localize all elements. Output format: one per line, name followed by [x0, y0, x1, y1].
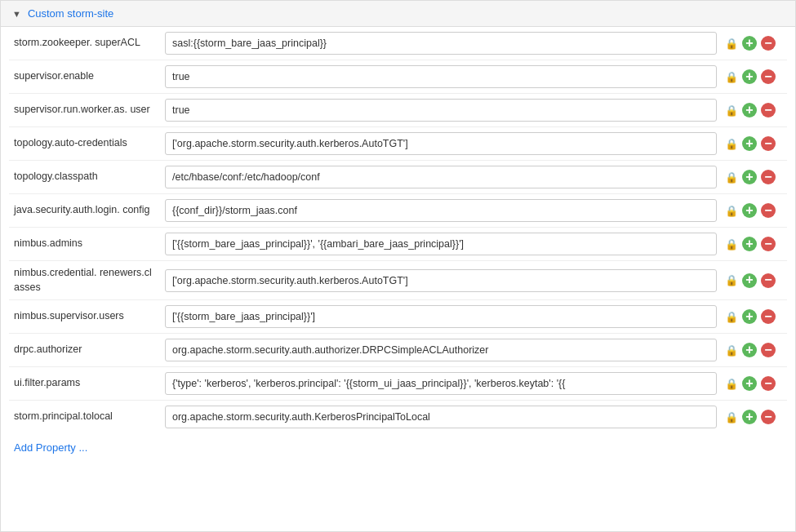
property-value-input[interactable] [165, 65, 717, 88]
table-row: topology.classpath🔒 [9, 161, 787, 194]
add-icon[interactable] [742, 410, 757, 424]
property-name: storm.zookeeper. superACL [14, 36, 157, 51]
property-value-input[interactable] [165, 372, 717, 395]
table-row: nimbus.supervisor.users🔒 [9, 300, 787, 334]
table-row: supervisor.run.worker.as. user🔒 [9, 94, 787, 127]
collapse-icon[interactable]: ▼ [12, 9, 21, 19]
add-icon[interactable] [742, 343, 757, 357]
property-value-input[interactable] [165, 199, 717, 222]
remove-icon[interactable] [761, 343, 776, 357]
property-name: supervisor.run.worker.as. user [14, 103, 157, 117]
property-name: nimbus.credential. renewers.classes [14, 266, 157, 295]
table-row: drpc.authorizer🔒 [9, 334, 787, 367]
property-icons: 🔒 [725, 410, 782, 424]
property-icons: 🔒 [725, 69, 782, 84]
lock-icon: 🔒 [725, 171, 738, 184]
lock-icon: 🔒 [725, 378, 738, 390]
property-icons: 🔒 [725, 343, 782, 357]
remove-icon[interactable] [761, 136, 776, 151]
lock-icon: 🔒 [725, 71, 738, 83]
property-name: ui.filter.params [14, 376, 157, 391]
table-row: ui.filter.params🔒 [9, 367, 787, 401]
section-title: Custom storm-site [28, 7, 113, 20]
property-name: topology.classpath [14, 170, 157, 184]
property-name: nimbus.admins [14, 237, 157, 251]
property-name: topology.auto-credentials [14, 136, 157, 151]
lock-icon: 🔒 [725, 344, 738, 357]
table-row: nimbus.credential. renewers.classes🔒 [9, 261, 787, 300]
main-container: ▼ Custom storm-site storm.zookeeper. sup… [0, 0, 796, 532]
remove-icon[interactable] [761, 309, 776, 324]
remove-icon[interactable] [761, 376, 776, 391]
remove-icon[interactable] [761, 69, 776, 84]
lock-icon: 🔒 [725, 311, 738, 323]
remove-icon[interactable] [761, 103, 776, 117]
property-name: nimbus.supervisor.users [14, 309, 157, 324]
property-icons: 🔒 [725, 36, 782, 51]
property-name: supervisor.enable [14, 69, 157, 84]
lock-icon: 🔒 [725, 274, 738, 286]
add-icon[interactable] [742, 237, 757, 251]
remove-icon[interactable] [761, 273, 776, 288]
table-row: supervisor.enable🔒 [9, 60, 787, 94]
add-icon[interactable] [742, 309, 757, 324]
add-icon[interactable] [742, 103, 757, 117]
add-icon[interactable] [742, 203, 757, 218]
add-icon[interactable] [742, 136, 757, 151]
add-property-link[interactable]: Add Property ... [1, 433, 100, 462]
table-row: storm.principal.tolocal🔒 [9, 401, 787, 433]
lock-icon: 🔒 [725, 138, 738, 150]
property-icons: 🔒 [725, 376, 782, 391]
lock-icon: 🔒 [725, 38, 738, 50]
lock-icon: 🔒 [725, 104, 738, 117]
add-icon[interactable] [742, 376, 757, 391]
property-value-input[interactable] [165, 406, 717, 428]
property-value-input[interactable] [165, 233, 717, 255]
lock-icon: 🔒 [725, 205, 738, 217]
property-value-input[interactable] [165, 269, 717, 292]
property-value-input[interactable] [165, 166, 717, 188]
property-value-input[interactable] [165, 32, 717, 55]
property-icons: 🔒 [725, 170, 782, 184]
add-icon[interactable] [742, 36, 757, 51]
property-icons: 🔒 [725, 136, 782, 151]
add-icon[interactable] [742, 273, 757, 288]
property-icons: 🔒 [725, 203, 782, 218]
property-icons: 🔒 [725, 103, 782, 117]
property-name: drpc.authorizer [14, 343, 157, 357]
remove-icon[interactable] [761, 237, 776, 251]
property-icons: 🔒 [725, 273, 782, 288]
property-value-input[interactable] [165, 339, 717, 361]
remove-icon[interactable] [761, 170, 776, 184]
lock-icon: 🔒 [725, 238, 738, 250]
section-header: ▼ Custom storm-site [1, 1, 795, 27]
remove-icon[interactable] [761, 203, 776, 218]
remove-icon[interactable] [761, 410, 776, 424]
table-row: storm.zookeeper. superACL🔒 [9, 27, 787, 60]
property-name: java.security.auth.login. config [14, 203, 157, 218]
table-row: java.security.auth.login. config🔒 [9, 194, 787, 228]
property-value-input[interactable] [165, 132, 717, 155]
table-row: nimbus.admins🔒 [9, 228, 787, 261]
add-icon[interactable] [742, 170, 757, 184]
property-icons: 🔒 [725, 237, 782, 251]
property-icons: 🔒 [725, 309, 782, 324]
lock-icon: 🔒 [725, 411, 738, 423]
add-icon[interactable] [742, 69, 757, 84]
table-row: topology.auto-credentials🔒 [9, 127, 787, 161]
property-value-input[interactable] [165, 305, 717, 328]
remove-icon[interactable] [761, 36, 776, 51]
property-value-input[interactable] [165, 99, 717, 122]
properties-table: storm.zookeeper. superACL🔒supervisor.ena… [1, 27, 795, 433]
property-name: storm.principal.tolocal [14, 410, 157, 424]
